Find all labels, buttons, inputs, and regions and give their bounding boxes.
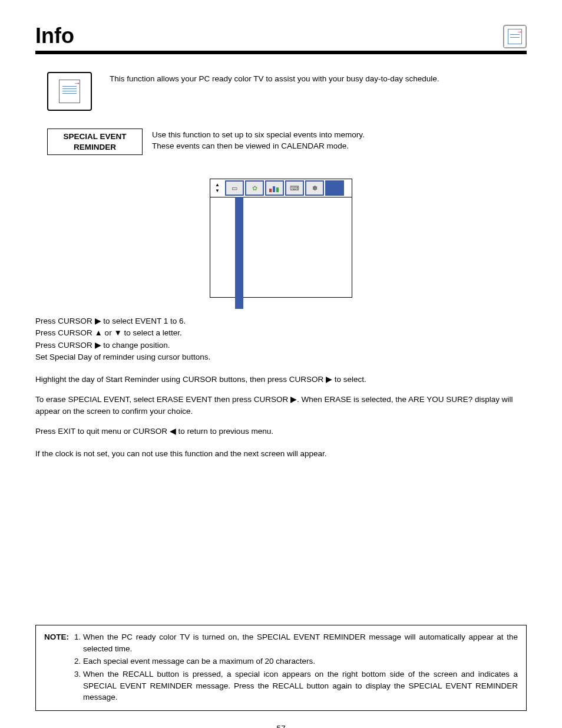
instruction-line: To erase SPECIAL EVENT, select ERASE EVE… [35, 394, 527, 418]
instruction-line: Press CURSOR ▶ to select EVENT 1 to 6. [35, 315, 527, 327]
feature-label-line2: REMINDER [74, 143, 116, 151]
tv-icon-calendar-selected [325, 180, 344, 196]
feature-text-line1: Use this function to set up to six speci… [152, 130, 365, 139]
note-box: NOTE: When the PC ready color TV is turn… [35, 625, 527, 710]
tv-icon-tools: ✽ [305, 180, 324, 196]
tv-icon-globe: ✿ [245, 180, 264, 196]
tv-toolbar: ▲ ▼ ▭ ✿ ⌨ ✽ [210, 179, 352, 197]
header-reminder-icon [503, 25, 527, 48]
instructions-block-3: If the clock is not set, you can not use… [35, 448, 527, 460]
instruction-line: Press CURSOR ▲ or ▼ to select a letter. [35, 327, 527, 339]
note-item: Each special event message can be a maxi… [83, 655, 518, 667]
instructions-block-1: Press CURSOR ▶ to select EVENT 1 to 6. P… [35, 315, 527, 363]
page-title: Info [35, 24, 74, 48]
feature-text: Use this function to set up to six speci… [152, 129, 365, 152]
tv-screen-diagram: ▲ ▼ ▭ ✿ ⌨ ✽ [210, 179, 352, 298]
feature-text-line2: These events can then be viewed in CALEN… [152, 141, 349, 150]
arrow-up-icon: ▲ [210, 183, 224, 188]
intro-text: This function allows your PC ready color… [110, 72, 439, 83]
instructions-block-2: Highlight the day of Start Reminder usin… [35, 374, 527, 437]
feature-label-line1: SPECIAL EVENT [63, 132, 126, 141]
instruction-line: Press CURSOR ▶ to change position. [35, 340, 527, 351]
arrow-down-icon: ▼ [210, 189, 224, 194]
tv-icon-bars [265, 180, 284, 196]
tv-icon-1: ▭ [225, 180, 244, 196]
feature-label: SPECIAL EVENT REMINDER [47, 129, 143, 155]
instruction-line: Press EXIT to quit menu or CURSOR ◀ to r… [35, 426, 527, 437]
note-item: When the PC ready color TV is turned on,… [83, 631, 518, 654]
instruction-line: Highlight the day of Start Reminder usin… [35, 374, 527, 386]
tv-nav-arrows: ▲ ▼ [210, 183, 224, 194]
tv-highlight-bar [235, 197, 243, 309]
feature-row: SPECIAL EVENT REMINDER Use this function… [47, 129, 527, 155]
note-list: When the PC ready color TV is turned on,… [72, 631, 518, 704]
page-number: 57 [35, 724, 527, 728]
instruction-line: Set Special Day of reminder using cursor… [35, 351, 527, 363]
note-label: NOTE: [44, 631, 69, 704]
intro-reminder-icon [47, 72, 92, 111]
instruction-line: If the clock is not set, you can not use… [35, 448, 527, 460]
tv-icon-keyboard: ⌨ [285, 180, 304, 196]
page-header: Info [35, 24, 527, 54]
intro-row: This function allows your PC ready color… [35, 72, 527, 111]
note-item: When the RECALL button is pressed, a spe… [83, 668, 518, 703]
